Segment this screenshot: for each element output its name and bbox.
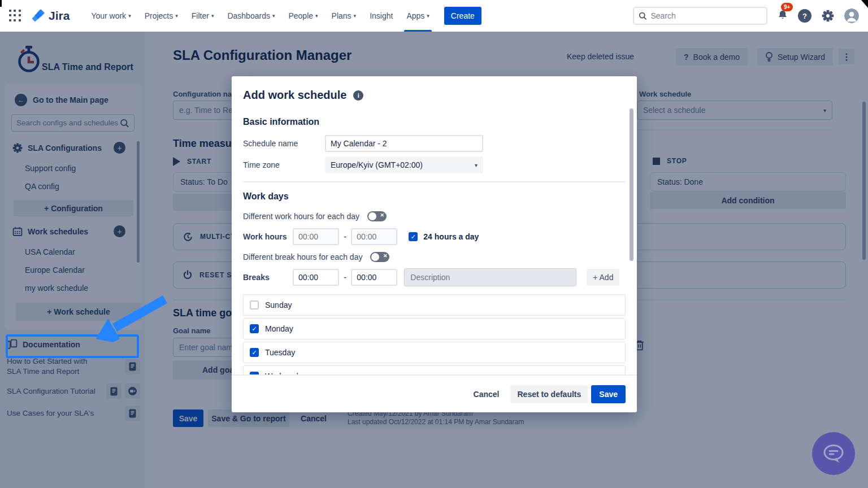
diff-break-hours-label: Different break hours for each day bbox=[243, 252, 362, 262]
person-icon bbox=[844, 8, 859, 23]
chat-widget-button[interactable] bbox=[812, 432, 855, 475]
breaks-label: Breaks bbox=[243, 273, 293, 282]
basic-information-heading: Basic information bbox=[243, 117, 626, 127]
nav-item-people[interactable]: People▾ bbox=[281, 0, 324, 32]
breaks-from-input[interactable] bbox=[293, 269, 339, 286]
app-switcher-icon[interactable] bbox=[9, 10, 21, 22]
cursor-artifact bbox=[861, 0, 868, 8]
chevron-down-icon: ▾ bbox=[315, 13, 318, 19]
info-icon[interactable]: i bbox=[353, 90, 363, 101]
search-input[interactable] bbox=[650, 11, 762, 20]
day-checkbox[interactable] bbox=[250, 300, 259, 310]
top-navigation: Jira Your work▾Projects▾Filter▾Dashboard… bbox=[0, 0, 868, 32]
timezone-select[interactable]: Europe/Kyiv (GMT+02:00) ▾ bbox=[325, 156, 483, 173]
chevron-down-icon: ▾ bbox=[427, 13, 429, 19]
day-label: Sunday bbox=[265, 300, 292, 310]
timezone-label: Time zone bbox=[243, 160, 325, 169]
settings-gear-icon[interactable] bbox=[822, 10, 834, 22]
breaks-to-input[interactable] bbox=[351, 269, 397, 286]
diff-work-hours-toggle[interactable]: ✕ bbox=[367, 211, 387, 221]
main-menu: Your work▾Projects▾Filter▾Dashboards▾Peo… bbox=[84, 0, 436, 32]
help-button[interactable]: ? bbox=[798, 9, 811, 23]
nav-item-projects[interactable]: Projects▾ bbox=[138, 0, 185, 32]
day-row-monday[interactable]: ✓Monday bbox=[243, 318, 626, 339]
chevron-down-icon: ▾ bbox=[128, 13, 131, 19]
break-description-input[interactable] bbox=[404, 268, 576, 286]
add-work-schedule-modal: Add work schedule i Basic information Sc… bbox=[232, 76, 637, 412]
arrow-annotation bbox=[79, 293, 175, 352]
jira-logo[interactable]: Jira bbox=[32, 9, 70, 23]
modal-save-button[interactable]: Save bbox=[591, 385, 626, 403]
create-button[interactable]: Create bbox=[444, 7, 481, 25]
day-row-wednesday[interactable]: ✓Wednesday bbox=[243, 365, 626, 374]
nav-item-apps[interactable]: Apps▾ bbox=[400, 0, 436, 32]
day-checkbox[interactable]: ✓ bbox=[250, 348, 259, 357]
search-icon bbox=[639, 11, 646, 20]
schedule-name-label: Schedule name bbox=[243, 139, 325, 148]
nav-item-your-work[interactable]: Your work▾ bbox=[84, 0, 137, 32]
chevron-down-icon: ▾ bbox=[272, 13, 275, 19]
modal-scrollbar[interactable] bbox=[630, 108, 633, 261]
work-days-heading: Work days bbox=[243, 191, 626, 202]
all-day-checkbox[interactable]: ✓ bbox=[409, 232, 418, 241]
day-label: Tuesday bbox=[265, 348, 295, 357]
all-day-label: 24 hours a day bbox=[423, 232, 479, 241]
app-window: Jira Your work▾Projects▾Filter▾Dashboard… bbox=[0, 0, 868, 488]
chevron-down-icon: ▾ bbox=[354, 13, 357, 19]
nav-item-dashboards[interactable]: Dashboards▾ bbox=[220, 0, 281, 32]
modal-cancel-button[interactable]: Cancel bbox=[466, 385, 507, 403]
topnav-right-cluster: 9+ ? bbox=[633, 7, 859, 25]
jira-mark-icon bbox=[32, 9, 45, 23]
day-checkbox[interactable]: ✓ bbox=[250, 324, 259, 333]
add-break-button[interactable]: + Add bbox=[587, 269, 619, 286]
modal-body: Basic information Schedule name Time zon… bbox=[232, 110, 637, 374]
notification-badge: 9+ bbox=[781, 3, 793, 11]
nav-item-insight[interactable]: Insight bbox=[363, 0, 400, 32]
schedule-name-input[interactable] bbox=[325, 135, 483, 152]
global-search[interactable] bbox=[633, 7, 767, 25]
work-hours-label: Work hours bbox=[243, 232, 293, 241]
diff-work-hours-label: Different work hours for each day bbox=[243, 212, 359, 221]
chevron-down-icon: ▾ bbox=[175, 13, 178, 19]
notifications-button[interactable]: 9+ bbox=[778, 10, 788, 23]
day-list: Sunday✓Monday✓Tuesday✓Wednesday bbox=[243, 294, 626, 374]
diff-break-hours-toggle[interactable]: ✕ bbox=[370, 252, 389, 262]
divider bbox=[243, 181, 626, 182]
nav-item-plans[interactable]: Plans▾ bbox=[325, 0, 363, 32]
work-hours-from-input[interactable] bbox=[293, 228, 339, 245]
day-row-sunday[interactable]: Sunday bbox=[243, 294, 626, 316]
chevron-down-icon: ▾ bbox=[211, 13, 214, 19]
day-row-tuesday[interactable]: ✓Tuesday bbox=[243, 342, 626, 363]
day-label: Monday bbox=[265, 324, 293, 333]
nav-item-filter[interactable]: Filter▾ bbox=[185, 0, 221, 32]
chat-bubble-icon bbox=[822, 443, 845, 464]
reset-defaults-button[interactable]: Reset to defaults bbox=[510, 385, 588, 403]
jira-wordmark: Jira bbox=[49, 9, 70, 23]
profile-avatar[interactable] bbox=[844, 8, 859, 23]
modal-title: Add work schedule bbox=[243, 89, 346, 102]
chevron-down-icon: ▾ bbox=[475, 162, 478, 168]
modal-footer: Cancel Reset to defaults Save bbox=[232, 374, 637, 412]
work-hours-to-input[interactable] bbox=[351, 228, 397, 245]
screen-artifact bbox=[0, 0, 2, 7]
